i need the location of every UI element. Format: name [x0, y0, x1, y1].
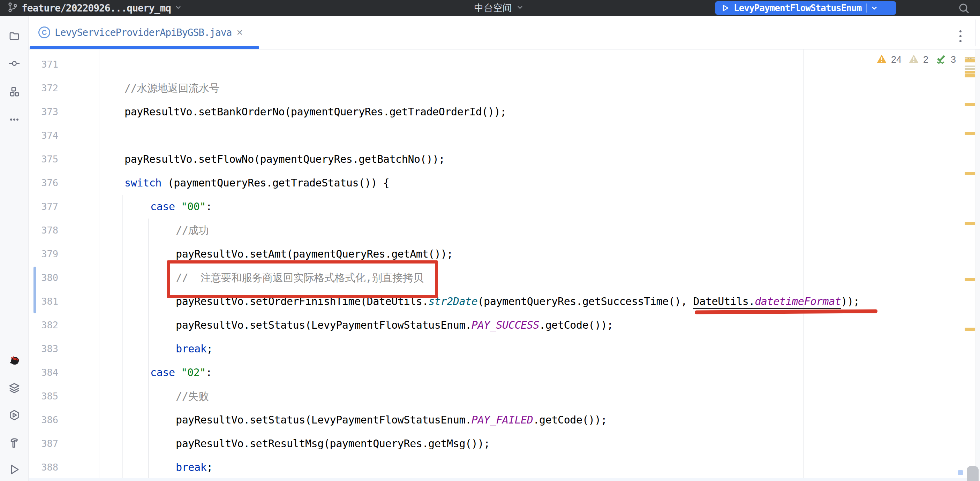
- sidebar-item-layers[interactable]: [8, 382, 20, 394]
- editor-options-kebab-icon[interactable]: [957, 29, 964, 44]
- weak-warning-icon: [908, 54, 919, 65]
- code-lines[interactable]: 371372//水源地返回流水号373payResultVo.setBankOr…: [29, 52, 980, 479]
- commit-icon: [8, 65, 20, 70]
- error-stripe-mark[interactable]: [965, 71, 975, 73]
- run-configuration-button[interactable]: LevyPaymentFlowStatusEnum: [715, 1, 896, 15]
- error-stripe-mark[interactable]: [965, 172, 975, 175]
- error-stripe-mark[interactable]: [965, 278, 975, 281]
- chevron-down-icon: [516, 3, 524, 13]
- line-number[interactable]: 384: [29, 361, 58, 384]
- error-stripe-mark[interactable]: [965, 222, 975, 225]
- sidebar-item-build[interactable]: [8, 437, 20, 449]
- code-line[interactable]: 376switch (paymentQueryRes.getTradeStatu…: [29, 171, 970, 195]
- code-line[interactable]: 388break;: [29, 456, 970, 479]
- code-text: break;: [176, 337, 213, 361]
- error-stripe-mark[interactable]: [965, 103, 975, 106]
- code-text: payResultVo.setResultMsg(paymentQueryRes…: [176, 432, 490, 456]
- close-tab-icon[interactable]: ×: [237, 27, 243, 38]
- code-line[interactable]: 386payResultVo.setStatus(LevyPaymentFlow…: [29, 408, 970, 432]
- line-number[interactable]: 380: [29, 266, 58, 290]
- sidebar-item-structure[interactable]: [8, 86, 20, 98]
- line-number[interactable]: 378: [29, 219, 58, 242]
- line-number[interactable]: 372: [29, 76, 58, 100]
- code-line[interactable]: 383break;: [29, 337, 970, 361]
- code-line[interactable]: 384case "02":: [29, 361, 970, 384]
- code-line[interactable]: 378//成功: [29, 219, 970, 242]
- code-editor[interactable]: 371372//水源地返回流水号373payResultVo.setBankOr…: [29, 49, 980, 481]
- project-folder-icon: [8, 37, 20, 43]
- code-line[interactable]: 371: [29, 52, 970, 76]
- sidebar-item-project[interactable]: [8, 30, 20, 42]
- error-stripe-mark[interactable]: [965, 132, 975, 135]
- code-text: switch (paymentQueryRes.getTradeStatus()…: [124, 171, 389, 195]
- scroll-position-chip: [958, 470, 963, 475]
- git-branch-icon: [7, 2, 18, 14]
- active-tab-indicator: [30, 46, 259, 49]
- code-text: payResultVo.setAmt(paymentQueryRes.getAm…: [176, 242, 453, 266]
- error-stripe-mark[interactable]: [965, 59, 975, 62]
- branch-name: feature/20220926...query_mq: [22, 2, 171, 14]
- sidebar-item-more[interactable]: [8, 114, 20, 125]
- line-number[interactable]: 377: [29, 195, 58, 219]
- layers-icon: [8, 389, 20, 395]
- line-number[interactable]: 373: [29, 100, 58, 124]
- file-tab[interactable]: C LevyServiceProviderApiByGSB.java ×: [30, 16, 259, 49]
- code-line[interactable]: 387payResultVo.setResultMsg(paymentQuery…: [29, 432, 970, 456]
- hexagon-play-icon: [8, 416, 20, 422]
- workspace-selector[interactable]: 中台空间: [474, 0, 524, 16]
- line-number[interactable]: 381: [29, 290, 58, 313]
- line-number[interactable]: 379: [29, 242, 58, 266]
- code-text: break;: [176, 456, 213, 479]
- code-line[interactable]: 372//水源地返回流水号: [29, 76, 970, 100]
- line-number[interactable]: 387: [29, 432, 58, 456]
- line-number[interactable]: 376: [29, 171, 58, 195]
- chevron-down-icon[interactable]: [870, 3, 879, 13]
- warning-count: 24: [891, 54, 902, 65]
- build-hammer-icon: [8, 444, 20, 450]
- code-line[interactable]: 382payResultVo.setStatus(LevyPaymentFlow…: [29, 313, 970, 337]
- code-line[interactable]: 377case "00":: [29, 195, 970, 219]
- scrollbar-thumb[interactable]: [967, 466, 978, 481]
- code-text: //失败: [176, 384, 209, 408]
- code-text: payResultVo.setOrderFinishTime(DateUtils…: [176, 290, 859, 313]
- code-line[interactable]: 374: [29, 124, 970, 148]
- code-line[interactable]: 385//失败: [29, 384, 970, 408]
- code-text: // 注意要和服务商返回实际格式格式化,别直接拷贝: [176, 266, 423, 290]
- line-number[interactable]: 371: [29, 52, 58, 76]
- code-line[interactable]: 380// 注意要和服务商返回实际格式格式化,别直接拷贝: [29, 266, 970, 290]
- line-number[interactable]: 383: [29, 337, 58, 361]
- code-text: payResultVo.setBankOrderNo(paymentQueryR…: [124, 100, 506, 124]
- sidebar-item-services[interactable]: [8, 409, 20, 421]
- search-icon: [958, 10, 970, 16]
- error-stripe-mark[interactable]: [965, 328, 975, 331]
- structure-icon: [8, 93, 20, 98]
- error-stripe-mark[interactable]: [965, 74, 975, 78]
- line-number[interactable]: 375: [29, 148, 58, 171]
- error-stripe-mark[interactable]: [965, 65, 975, 67]
- sidebar-item-plugin[interactable]: [8, 354, 20, 366]
- code-line[interactable]: 373payResultVo.setBankOrderNo(paymentQue…: [29, 100, 970, 124]
- sidebar-item-commit[interactable]: [8, 57, 20, 69]
- code-text: case "00":: [150, 195, 212, 219]
- line-number[interactable]: 388: [29, 456, 58, 479]
- run-play-icon: [8, 471, 20, 476]
- code-line[interactable]: 375payResultVo.setFlowNo(paymentQueryRes…: [29, 148, 970, 171]
- main-toolbar: feature/20220926...query_mq 中台空间 LevyPay…: [0, 0, 980, 16]
- error-stripe-mark[interactable]: [965, 57, 975, 59]
- search-everywhere-button[interactable]: [958, 2, 970, 14]
- chevron-down-icon: [174, 3, 182, 13]
- line-number[interactable]: 385: [29, 384, 58, 408]
- code-text: payResultVo.setStatus(LevyPaymentFlowSta…: [176, 313, 613, 337]
- typo-count: 3: [951, 54, 956, 65]
- line-number[interactable]: 386: [29, 408, 58, 432]
- typo-check-icon: [935, 53, 947, 66]
- line-number[interactable]: 374: [29, 124, 58, 148]
- code-line[interactable]: 381payResultVo.setOrderFinishTime(DateUt…: [29, 290, 970, 313]
- error-stripe-mark[interactable]: [965, 68, 975, 70]
- file-tab-label: LevyServiceProviderApiByGSB.java: [55, 27, 232, 38]
- sidebar-item-run[interactable]: [8, 464, 20, 475]
- git-branch-widget[interactable]: feature/20220926...query_mq: [7, 0, 182, 16]
- code-line[interactable]: 379payResultVo.setAmt(paymentQueryRes.ge…: [29, 242, 970, 266]
- workspace-name: 中台空间: [474, 2, 512, 14]
- line-number[interactable]: 382: [29, 313, 58, 337]
